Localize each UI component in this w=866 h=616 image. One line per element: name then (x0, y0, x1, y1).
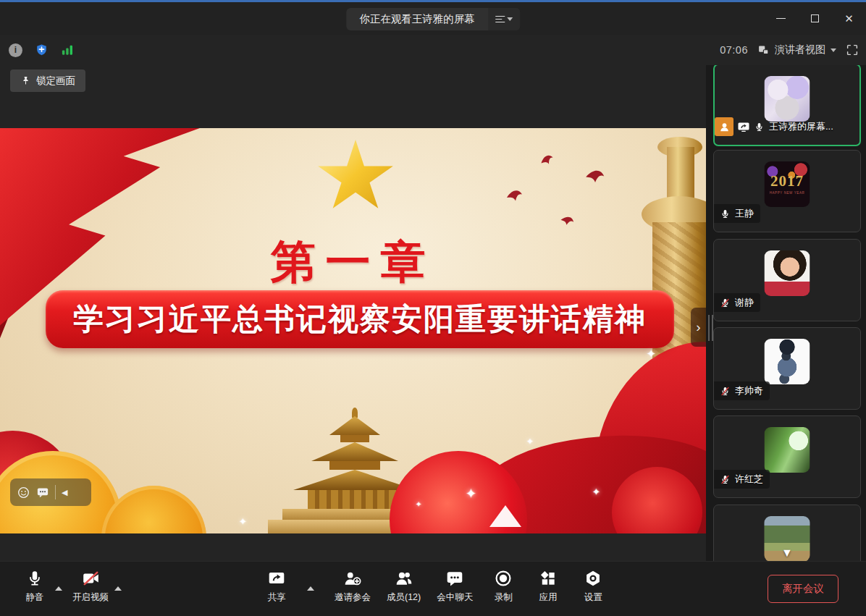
sparkle-icon: ✦ (466, 486, 476, 502)
meeting-info-icon[interactable] (9, 43, 22, 57)
start-video-button[interactable]: 开启视频 (70, 568, 112, 605)
sparkle-icon: ✦ (526, 436, 534, 447)
slide-chapter-title: 第一章 (0, 232, 706, 292)
share-screen-button[interactable]: 共享 (259, 568, 294, 605)
record-icon (494, 569, 513, 588)
mic-on-icon (720, 208, 731, 219)
chat-bubble-icon[interactable] (36, 486, 49, 499)
menu-icon (495, 16, 505, 22)
settings-button[interactable]: 设置 (576, 568, 610, 605)
participant-info-row: 李帅奇 (714, 381, 770, 400)
dove-icon (505, 186, 531, 205)
participant-info-row: 谢静 (714, 293, 760, 312)
participant-name: 李帅奇 (735, 384, 763, 397)
watching-title-pill: 你正在观看王诗雅的屏幕 (346, 8, 520, 30)
titlebar: 你正在观看王诗雅的屏幕 (0, 2, 866, 35)
chat-icon (445, 569, 464, 588)
apps-grid-icon (539, 569, 558, 588)
avatar (765, 339, 810, 384)
sparkle-icon: ✦ (647, 347, 656, 360)
view-mode-label: 演讲者视图 (775, 43, 825, 56)
toolbar-left-group: 静音 开启视频 (17, 568, 129, 605)
participant-info-row: 王诗雅的屏幕... (715, 117, 833, 136)
avatar-text: 2017 (770, 174, 804, 189)
participant-tile[interactable]: 谢静 (713, 239, 861, 321)
invite-button[interactable]: 邀请参会 (332, 568, 374, 605)
members-icon (395, 569, 413, 588)
maximize-button[interactable] (798, 2, 832, 35)
participant-tile[interactable]: 李帅奇 (713, 327, 861, 410)
share-options-caret[interactable] (307, 586, 314, 591)
reaction-toolbar: ◀ (10, 478, 91, 506)
mic-icon (25, 569, 44, 588)
slide-banner-text: 学习习近平总书记视察安阳重要讲话精神 (73, 299, 647, 339)
sidebar-collapse-chevron[interactable]: › (691, 308, 706, 347)
dove-icon (582, 164, 616, 190)
members-button[interactable]: 成员(12) (384, 568, 424, 605)
participant-info-row: 王静 (714, 204, 760, 223)
avatar (765, 250, 810, 296)
maximize-icon (811, 14, 819, 22)
meeting-timer: 07:06 (720, 44, 748, 56)
collapse-left-icon[interactable]: ◀ (62, 488, 67, 497)
toolbar-center-group: 共享 邀请参会 成员(12) 会中聊天 录制 应用 (259, 568, 610, 605)
mic-muted-icon (720, 386, 731, 397)
layout-view-icon (757, 44, 770, 56)
mic-on-icon (754, 122, 765, 132)
view-mode-switcher[interactable]: 演讲者视图 (757, 43, 836, 56)
participant-name: 谢静 (735, 296, 754, 309)
sidebar-drag-handle[interactable] (708, 315, 713, 341)
mute-options-caret[interactable] (55, 586, 62, 591)
meeting-topbar: 07:06 演讲者视图 (0, 35, 866, 65)
smiley-icon[interactable] (17, 486, 30, 499)
security-shield-icon[interactable] (34, 43, 49, 58)
participant-tile-screen-share[interactable]: 王诗雅的屏幕... (713, 65, 861, 146)
chat-button[interactable]: 会中聊天 (434, 568, 476, 605)
avatar (765, 76, 810, 122)
participants-sidebar: 王诗雅的屏幕... 2017 HAPPY NEW YEAR 王静 (706, 65, 866, 561)
presenter-badge-icon (715, 117, 733, 136)
chevron-down-icon (831, 48, 836, 52)
participant-tile-partial[interactable]: ▼ (713, 505, 861, 561)
minimize-icon (776, 18, 786, 20)
leave-meeting-button[interactable]: 离开会议 (768, 575, 838, 603)
dove-icon (537, 149, 562, 170)
close-button[interactable] (832, 2, 866, 35)
window-controls (764, 2, 866, 35)
participant-info-row: 许红芝 (714, 470, 770, 489)
topbar-left (9, 35, 75, 65)
record-button[interactable]: 录制 (486, 568, 521, 605)
meeting-window: 你正在观看王诗雅的屏幕 07:06 (0, 0, 866, 616)
lock-view-label: 锁定画面 (36, 75, 75, 88)
participant-name: 许红芝 (735, 473, 763, 486)
participant-tile[interactable]: 2017 HAPPY NEW YEAR 王静 (713, 150, 861, 232)
mute-button[interactable]: 静音 (17, 568, 52, 605)
divider (55, 485, 56, 499)
mic-muted-icon (720, 298, 731, 308)
mic-muted-icon (720, 474, 731, 485)
apps-button[interactable]: 应用 (531, 568, 566, 605)
avatar-caption: HAPPY NEW YEAR (770, 191, 805, 195)
minimize-button[interactable] (764, 2, 798, 35)
orange-bloom (101, 486, 206, 533)
sparkle-icon: ✦ (416, 500, 421, 508)
screen-share-icon (737, 120, 750, 133)
meeting-toolbar: 静音 开启视频 共享 邀请参会 成员(12) (0, 561, 866, 616)
camera-off-icon (81, 569, 101, 588)
video-options-caret[interactable] (114, 586, 122, 591)
participant-tile[interactable]: 许红芝 (713, 415, 861, 498)
network-signal-icon[interactable] (61, 43, 75, 57)
participant-name: 王静 (735, 207, 754, 220)
chevron-down-icon (507, 17, 513, 21)
lock-view-button[interactable]: 锁定画面 (10, 69, 85, 92)
dove-icon (557, 210, 583, 233)
screen-options-menu[interactable] (488, 8, 520, 30)
gold-star-icon (316, 140, 395, 215)
shared-slide: 第一章 学习习近平总书记视察安阳重要讲话精神 ✦ ✦ ✦ ✦ ✦ ✦ (0, 128, 706, 533)
sparkle-icon: ✦ (239, 516, 247, 527)
fullscreen-icon[interactable] (846, 43, 859, 56)
white-triangle-decoration (489, 505, 521, 527)
scroll-more-icon[interactable]: ▼ (781, 547, 793, 559)
invite-person-icon (343, 569, 362, 588)
slide-banner: 学习习近平总书记视察安阳重要讲话精神 (46, 290, 674, 348)
